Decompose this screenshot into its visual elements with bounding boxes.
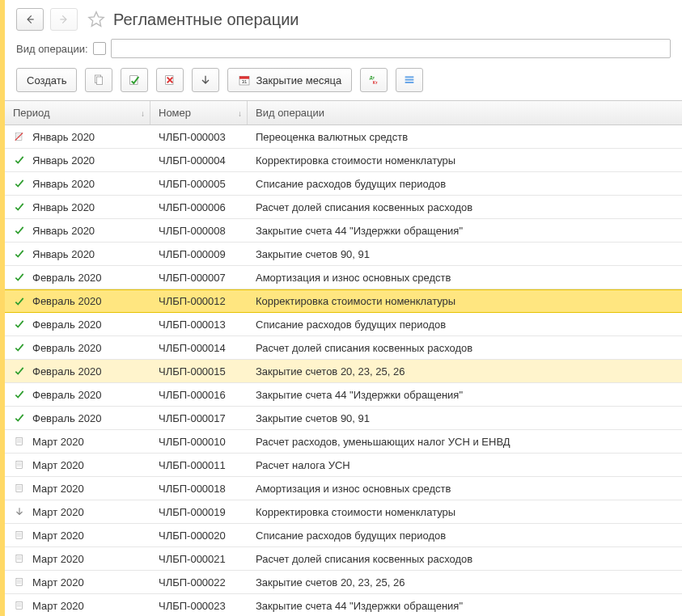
toolbar: Создать 31 Закрытие месяца ДтКт [5, 65, 682, 100]
table-row[interactable]: Январь 2020ЧЛБП-000009Закрытие счетов 90… [5, 243, 682, 266]
cell-period: Январь 2020 [5, 224, 150, 237]
ok-status-icon [13, 200, 26, 213]
copy-button[interactable] [85, 68, 112, 92]
svg-rect-25 [16, 484, 23, 492]
cell-period: Февраль 2020 [5, 318, 150, 331]
calendar-icon: 31 [238, 74, 251, 86]
table-row[interactable]: Март 2020ЧЛБП-000010Расчет расходов, уме… [5, 430, 682, 454]
svg-rect-1 [97, 77, 103, 84]
draft-status-icon [13, 458, 26, 471]
cell-period: Март 2020 [5, 458, 150, 471]
nav-back-button[interactable] [16, 8, 44, 31]
cell-number: ЧЛБП-000008 [150, 225, 248, 237]
col-header-number[interactable]: Номер ↓ [150, 101, 248, 124]
ok-status-icon [13, 365, 26, 378]
cell-number: ЧЛБП-000003 [150, 131, 248, 143]
cell-optype: Закрытие счетов 20, 23, 25, 26 [248, 576, 682, 589]
arrow-left-icon [24, 14, 36, 25]
filter-checkbox[interactable] [93, 42, 106, 55]
cell-period: Март 2020 [5, 529, 150, 542]
draft-status-icon [13, 529, 26, 542]
ok-status-icon [13, 295, 26, 308]
sort-asc-icon: ↓ [141, 108, 145, 117]
cell-optype: Закрытие счета 44 "Издержки обращения" [248, 225, 682, 237]
nav-forward-button[interactable] [50, 8, 78, 31]
svg-rect-9 [405, 76, 414, 78]
draft-status-icon [13, 552, 26, 565]
cell-period: Февраль 2020 [5, 271, 150, 284]
cell-optype: Расчет долей списания косвенных расходов [248, 553, 682, 565]
list-settings-button[interactable] [396, 68, 423, 92]
cell-optype: Закрытие счетов 90, 91 [248, 248, 682, 260]
ok-status-icon [13, 318, 26, 331]
cell-optype: Амортизация и износ основных средств [248, 272, 682, 284]
cell-number: ЧЛБП-000011 [150, 459, 248, 471]
svg-rect-11 [405, 82, 414, 83]
cell-period: Январь 2020 [5, 130, 150, 143]
svg-rect-37 [16, 578, 23, 585]
cell-period: Март 2020 [5, 435, 150, 448]
table-row[interactable]: Февраль 2020ЧЛБП-000012Корректировка сто… [5, 289, 682, 313]
cell-number: ЧЛБП-000018 [150, 483, 248, 495]
table-row[interactable]: Март 2020ЧЛБП-000023Закрытие счета 44 "И… [5, 594, 682, 616]
page-title: Регламентные операции [113, 11, 299, 29]
draft-status-icon [13, 482, 26, 495]
cell-optype: Расчет расходов, уменьшающих налог УСН и… [248, 436, 682, 448]
create-button[interactable]: Создать [16, 68, 77, 92]
table-row[interactable]: Февраль 2020ЧЛБП-000007Амортизация и изн… [5, 266, 682, 289]
draft-status-icon [13, 599, 26, 612]
refresh-down-button[interactable] [192, 68, 219, 92]
svg-rect-41 [16, 601, 23, 609]
filter-row: Вид операции: [5, 36, 682, 65]
cell-number: ЧЛБП-000021 [150, 553, 248, 565]
cell-optype: Амортизация и износ основных средств [248, 483, 682, 495]
table-row[interactable]: Март 2020ЧЛБП-000022Закрытие счетов 20, … [5, 571, 682, 594]
table-row[interactable]: Март 2020ЧЛБП-000011Расчет налога УСН [5, 454, 682, 477]
table-row[interactable]: Январь 2020ЧЛБП-000005Списание расходов … [5, 172, 682, 196]
svg-text:31: 31 [242, 79, 248, 84]
cell-period: Март 2020 [5, 505, 150, 518]
table-row[interactable]: Март 2020ЧЛБП-000018Амортизация и износ … [5, 477, 682, 500]
svg-rect-33 [16, 555, 23, 562]
draft-status-icon [13, 435, 26, 448]
cell-number: ЧЛБП-000019 [150, 506, 248, 518]
table-row[interactable]: Февраль 2020ЧЛБП-000013Списание расходов… [5, 313, 682, 336]
svg-rect-5 [239, 76, 249, 78]
cell-number: ЧЛБП-000005 [150, 178, 248, 190]
table-row[interactable]: Январь 2020ЧЛБП-000003Переоценка валютны… [5, 125, 682, 149]
cell-period: Март 2020 [5, 576, 150, 589]
col-header-period[interactable]: Период ↓ [5, 101, 150, 124]
table-row[interactable]: Январь 2020ЧЛБП-000006Расчет долей списа… [5, 196, 682, 219]
close-month-button[interactable]: 31 Закрытие месяца [227, 68, 352, 92]
cell-number: ЧЛБП-000016 [150, 389, 248, 401]
table-row[interactable]: Февраль 2020ЧЛБП-000017Закрытие счетов 9… [5, 407, 682, 430]
cell-number: ЧЛБП-000014 [150, 342, 248, 354]
dtkt-icon: ДтКт [367, 74, 380, 86]
table-row[interactable]: Февраль 2020ЧЛБП-000014Расчет долей спис… [5, 336, 682, 360]
cell-number: ЧЛБП-000015 [150, 365, 248, 378]
dtkt-button[interactable]: ДтКт [360, 68, 388, 92]
cell-number: ЧЛБП-000013 [150, 319, 248, 331]
arrow-down-icon [199, 74, 212, 86]
filter-input[interactable] [111, 39, 671, 58]
table-row[interactable]: Март 2020ЧЛБП-000021Расчет долей списани… [5, 547, 682, 571]
window-header: Регламентные операции [5, 0, 682, 36]
table-row[interactable]: Март 2020ЧЛБП-000019Корректировка стоимо… [5, 500, 682, 524]
cell-optype: Закрытие счетов 90, 91 [248, 412, 682, 424]
unpost-button[interactable] [156, 68, 184, 92]
ok-status-icon [13, 341, 26, 354]
cell-period: Январь 2020 [5, 154, 150, 167]
favorite-star-icon[interactable] [87, 11, 105, 28]
grid-body: Январь 2020ЧЛБП-000003Переоценка валютны… [5, 125, 682, 616]
post-button[interactable] [121, 68, 148, 92]
table-row[interactable]: Январь 2020ЧЛБП-000004Корректировка стои… [5, 149, 682, 172]
table-row[interactable]: Январь 2020ЧЛБП-000008Закрытие счета 44 … [5, 219, 682, 243]
table-row[interactable]: Февраль 2020ЧЛБП-000015Закрытие счетов 2… [5, 360, 682, 383]
table-row[interactable]: Февраль 2020ЧЛБП-000016Закрытие счета 44… [5, 383, 682, 407]
list-icon [403, 74, 416, 86]
post-icon [128, 74, 141, 86]
table-row[interactable]: Март 2020ЧЛБП-000020Списание расходов бу… [5, 524, 682, 547]
cell-number: ЧЛБП-000017 [150, 412, 248, 424]
col-header-optype[interactable]: Вид операции [248, 101, 682, 124]
svg-rect-10 [405, 79, 414, 81]
